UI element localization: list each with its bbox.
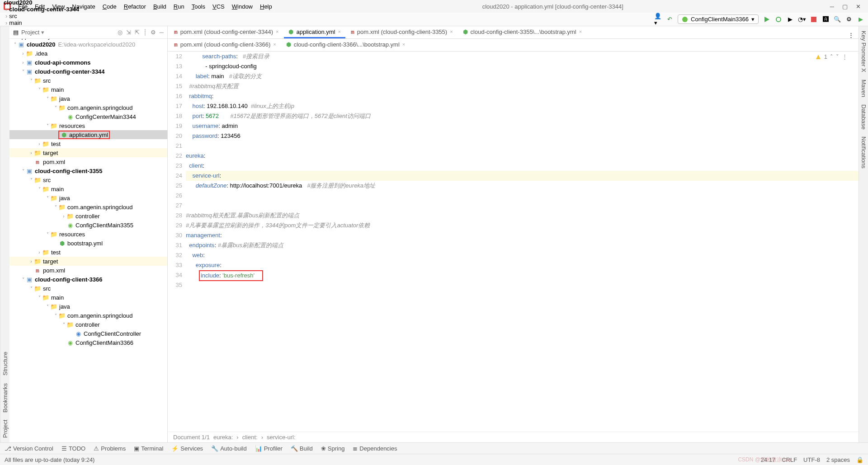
tree-src-3366[interactable]: src	[43, 285, 51, 292]
file-encoding[interactable]: UTF-8	[803, 456, 820, 463]
chevron-down-icon[interactable]: ▾	[41, 29, 44, 36]
inspection-widget[interactable]: 1 ˄ ˅ ⋮	[815, 53, 848, 60]
tree-idea[interactable]: .idea	[35, 50, 47, 57]
tool-spring[interactable]: ❀Spring	[321, 445, 345, 452]
crumb-2[interactable]: src	[9, 13, 17, 19]
tree-src[interactable]: src	[43, 77, 51, 84]
tab-pom-xml--cloud-config-client-3366-[interactable]: mpom.xml (cloud-config-client-3366)×	[170, 39, 281, 51]
tree-test-3355[interactable]: test	[51, 249, 61, 256]
indent-config[interactable]: 2 spaces	[826, 456, 850, 463]
crumb-1[interactable]: cloud-config-center-3344	[9, 6, 79, 13]
tree-center-3344[interactable]: cloud-config-center-3344	[35, 68, 105, 75]
tree-bootstrap-3355[interactable]: bootstrap.yml	[67, 240, 103, 247]
tool-auto-build[interactable]: 🔧Auto-build	[211, 445, 247, 452]
menu-help[interactable]: Help	[256, 3, 276, 10]
tree-root[interactable]: cloud2020	[27, 41, 56, 48]
rail-notifications[interactable]: Notifications	[860, 136, 867, 169]
tree-configcentermain[interactable]: ConfigCenterMain3344	[75, 113, 136, 120]
bc-client[interactable]: client:	[242, 434, 258, 441]
tool-version-control[interactable]: ⎇Version Control	[5, 445, 53, 452]
menu-tools[interactable]: Tools	[188, 3, 209, 10]
tool-profiler[interactable]: 📊Profiler	[255, 445, 283, 452]
menu-run[interactable]: Run	[170, 3, 188, 10]
tree-target-3355[interactable]: target	[43, 258, 58, 265]
tree-cm3366[interactable]: ConfigClientMain3366	[75, 339, 133, 346]
profile-icon[interactable]: ◔▾	[798, 16, 806, 23]
tool-terminal[interactable]: ▣Terminal	[134, 445, 163, 452]
rail-bookmarks[interactable]: Bookmarks	[2, 383, 9, 413]
menu-code[interactable]: Code	[99, 3, 120, 10]
tool-services[interactable]: ⚡Services	[171, 445, 203, 452]
rail-project[interactable]: Project	[2, 420, 9, 438]
tab-application-yml[interactable]: ⬢application.yml×	[284, 26, 345, 38]
tool-build[interactable]: 🔨Build	[291, 445, 313, 452]
tree-pkg-3366[interactable]: com.angenin.springcloud	[67, 312, 133, 319]
tree-pom-3355[interactable]: pom.xml	[43, 267, 65, 274]
close-icon[interactable]: ×	[276, 29, 278, 34]
tab-cloud-config-client-3355-----bootstrap-yml[interactable]: ⬢cloud-config-client-3355\...\bootstrap.…	[458, 26, 587, 38]
rail-key-promoter[interactable]: Key Promoter X	[860, 31, 867, 72]
project-view-icon[interactable]: ▤	[13, 29, 19, 36]
close-icon[interactable]: ✕	[856, 3, 861, 10]
tab-cloud-config-client-3366-----bootstrap-yml[interactable]: ⬢cloud-config-client-3366\...\bootstrap.…	[282, 39, 410, 51]
tree-java-3355[interactable]: java	[59, 195, 70, 202]
tree-client-3355[interactable]: cloud-config-client-3355	[35, 168, 103, 174]
more-icon[interactable]: ▶	[857, 16, 864, 23]
menu-refactor[interactable]: Refactor	[120, 3, 150, 10]
tree-java-3366[interactable]: java	[59, 303, 70, 310]
tree-application-yml[interactable]: application.yml	[69, 132, 108, 138]
tree-pom[interactable]: pom.xml	[43, 159, 65, 165]
minimize-icon[interactable]: ─	[830, 3, 834, 10]
crumb-0[interactable]: cloud2020	[4, 0, 33, 6]
tree-controller-3366[interactable]: controller	[75, 321, 99, 328]
target-icon[interactable]: ◎	[118, 29, 123, 36]
tree-resources[interactable]: resources	[59, 122, 85, 129]
settings-icon[interactable]: ⚙	[845, 16, 853, 23]
menu-vcs[interactable]: VCS	[209, 3, 228, 10]
tree-pkg[interactable]: com.angenin.springcloud	[67, 104, 133, 111]
tree-api-commons[interactable]: cloud-api-commons	[35, 59, 91, 66]
expand-icon[interactable]: ⇲	[126, 29, 131, 36]
chevron-up-icon[interactable]: ˄	[830, 53, 833, 60]
tool-problems[interactable]: ⚠Problems	[94, 445, 126, 452]
crumb-3[interactable]: main	[9, 19, 22, 26]
run-config-selector[interactable]: ConfigClientMain3366 ▾	[678, 14, 759, 24]
tree-main[interactable]: main	[51, 86, 64, 93]
tab-pom-xml--cloud-config-center-3344-[interactable]: mpom.xml (cloud-config-center-3344)×	[170, 26, 283, 38]
tab-pom-xml--cloud-config-client-3355-[interactable]: mpom.xml (cloud-config-client-3355)×	[346, 26, 458, 38]
bc-eureka[interactable]: eureka:	[213, 434, 233, 441]
menu-window[interactable]: Window	[228, 3, 256, 10]
rail-structure[interactable]: Structure	[2, 352, 9, 376]
menu-build[interactable]: Build	[150, 3, 170, 10]
translate-icon[interactable]: 🅰	[822, 16, 829, 23]
tree-cm3355[interactable]: ConfigClientMain3355	[75, 222, 133, 229]
rail-maven[interactable]: Maven	[860, 80, 867, 97]
tree-target[interactable]: target	[43, 150, 58, 156]
gear-icon[interactable]: ⚙	[151, 29, 156, 36]
bc-service-url[interactable]: service-url:	[267, 434, 296, 441]
collapse-icon[interactable]: ⇱	[135, 29, 140, 36]
more-icon[interactable]: ⋮	[842, 53, 848, 60]
tree-ccc[interactable]: ConfigClientController	[84, 330, 141, 337]
tree-pkg-3355[interactable]: com.angenin.springcloud	[67, 204, 133, 211]
close-icon[interactable]: ×	[450, 29, 453, 34]
more-tabs-icon[interactable]: ⋮	[844, 32, 859, 38]
close-icon[interactable]: ×	[338, 29, 340, 34]
back-arrow-icon[interactable]: ↶	[666, 16, 673, 23]
stop-icon[interactable]	[810, 16, 817, 23]
tool-todo[interactable]: ☰TODO	[61, 445, 85, 452]
close-icon[interactable]: ×	[579, 29, 582, 34]
tree-main-3366[interactable]: main	[51, 294, 64, 301]
tool-dependencies[interactable]: ≣Dependencies	[353, 445, 397, 452]
close-icon[interactable]: ×	[273, 42, 276, 47]
chevron-down-icon[interactable]: ˅	[836, 53, 839, 60]
project-tree[interactable]: ˅▣cloud2020E:\idea-workspace\cloud2020 ›…	[9, 39, 167, 442]
tree-java[interactable]: java	[59, 95, 70, 102]
tree-src-3355[interactable]: src	[43, 177, 51, 183]
close-icon[interactable]: ×	[402, 42, 405, 47]
tree-main-3355[interactable]: main	[51, 186, 64, 193]
rail-database[interactable]: Database	[860, 104, 867, 130]
tree-controller-3355[interactable]: controller	[75, 213, 99, 220]
lock-icon[interactable]: 🔒	[856, 456, 863, 463]
code-editor[interactable]: 1 ˄ ˅ ⋮ 12131415161718192021222324252627…	[168, 52, 859, 432]
